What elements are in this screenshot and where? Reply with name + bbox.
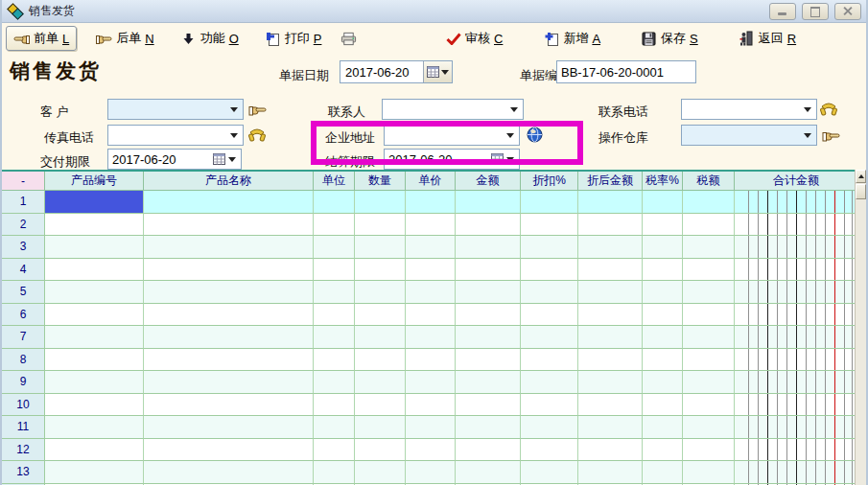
grid-cell[interactable] [578, 461, 643, 484]
grid-header-cell[interactable]: 产品编号 [45, 172, 144, 191]
functions-button[interactable]: 功能O [174, 27, 246, 50]
grid-cell[interactable] [406, 416, 456, 439]
grid-cell[interactable] [643, 191, 683, 214]
grid-cell[interactable] [683, 259, 735, 282]
grid-cell[interactable] [355, 349, 406, 372]
grid-header-cell[interactable]: 产品名称 [144, 172, 314, 191]
grid-cell[interactable] [578, 371, 643, 394]
grid-cell[interactable] [406, 439, 456, 462]
calendar-icon[interactable] [212, 152, 225, 167]
grid-cell[interactable] [144, 461, 314, 484]
grid-cell[interactable] [735, 461, 858, 484]
grid-cell[interactable] [643, 371, 683, 394]
customer-combobox[interactable] [107, 99, 244, 120]
save-button[interactable]: 保存S [634, 27, 705, 50]
warehouse-combobox[interactable] [681, 125, 817, 146]
grid-cell[interactable] [521, 281, 578, 304]
grid-cell[interactable] [735, 191, 858, 214]
grid-cell[interactable] [521, 349, 578, 372]
grid-cell[interactable] [45, 304, 144, 327]
grid-cell[interactable] [683, 349, 735, 372]
grid-cell[interactable] [355, 439, 406, 462]
grid-cell[interactable] [144, 416, 314, 439]
grid-cell[interactable] [144, 281, 314, 304]
grid-cell[interactable] [314, 371, 355, 394]
grid-cell[interactable] [643, 259, 683, 282]
grid-cell[interactable] [45, 416, 144, 439]
grid-cell[interactable] [355, 394, 406, 417]
row-number-cell[interactable]: 8 [2, 349, 45, 372]
scrollbar-thumb[interactable] [856, 184, 866, 199]
chevron-down-icon[interactable] [230, 133, 238, 142]
grid-cell[interactable] [45, 259, 144, 282]
grid-cell[interactable] [456, 349, 521, 372]
grid-cell[interactable] [355, 304, 406, 327]
grid-cell[interactable] [144, 304, 314, 327]
minimize-button[interactable] [769, 3, 796, 20]
chevron-down-icon[interactable] [804, 107, 811, 116]
grid-header-cell[interactable]: 合计金额 [735, 172, 858, 191]
grid-cell[interactable] [456, 214, 521, 237]
grid-cell[interactable] [456, 439, 521, 462]
grid-cell[interactable] [456, 326, 521, 349]
grid-cell[interactable] [314, 349, 355, 372]
grid-cell[interactable] [314, 416, 355, 439]
close-button[interactable] [834, 3, 861, 20]
grid-cell[interactable] [406, 461, 456, 484]
row-number-cell[interactable]: 3 [2, 236, 45, 259]
grid-cell[interactable] [45, 349, 144, 372]
grid-cell[interactable] [643, 304, 683, 327]
grid-cell[interactable] [578, 394, 643, 417]
grid-cell[interactable] [45, 394, 144, 417]
delivery-date-input[interactable]: 2017-06-20 [107, 149, 242, 170]
calendar-icon[interactable] [423, 61, 452, 82]
grid-cell[interactable] [406, 236, 456, 259]
grid-cell[interactable] [683, 394, 735, 417]
grid-cell[interactable] [314, 304, 355, 327]
settle-date-input[interactable]: 2017-06-20 [384, 149, 520, 170]
grid-cell[interactable] [144, 371, 314, 394]
grid-cell[interactable] [406, 259, 456, 282]
grid-cell[interactable] [144, 236, 314, 259]
grid-cell[interactable] [314, 326, 355, 349]
grid-cell[interactable] [643, 349, 683, 372]
grid-cell[interactable] [406, 371, 456, 394]
grid-cell[interactable] [735, 281, 858, 304]
grid-cell[interactable] [578, 281, 643, 304]
add-new-button[interactable]: 新增A [536, 27, 607, 50]
grid-cell[interactable] [735, 394, 858, 417]
grid-cell[interactable] [683, 191, 735, 214]
printer-icon[interactable] [340, 32, 357, 46]
globe-icon[interactable] [525, 125, 544, 144]
grid-cell[interactable] [355, 371, 406, 394]
calendar-icon[interactable] [490, 152, 504, 167]
grid-cell[interactable] [735, 439, 858, 462]
grid-cell[interactable] [456, 394, 521, 417]
grid-cell[interactable] [578, 304, 643, 327]
grid-cell[interactable] [521, 461, 578, 484]
grid-cell[interactable] [643, 416, 683, 439]
grid-cell[interactable] [45, 326, 144, 349]
grid-cell[interactable] [643, 394, 683, 417]
grid-cell[interactable] [683, 281, 735, 304]
maximize-button[interactable] [802, 3, 829, 20]
grid-cell[interactable] [643, 281, 683, 304]
grid-cell[interactable] [456, 371, 521, 394]
grid-cell[interactable] [144, 349, 314, 372]
next-doc-button[interactable]: 后单N [89, 27, 160, 50]
grid-header-cell[interactable]: 金额 [456, 172, 521, 191]
grid-header-cell[interactable]: 单位 [314, 172, 355, 191]
fax-combobox[interactable] [107, 125, 244, 146]
row-number-cell[interactable]: 5 [2, 281, 45, 304]
grid-cell[interactable] [578, 326, 643, 349]
grid-cell[interactable] [45, 461, 144, 484]
grid-cell[interactable] [144, 326, 314, 349]
grid-header-cell[interactable]: - [2, 172, 45, 191]
grid-header-cell[interactable]: 折扣% [521, 172, 578, 191]
grid-cell[interactable] [683, 214, 735, 237]
grid-cell[interactable] [578, 259, 643, 282]
grid-cell[interactable] [456, 281, 521, 304]
grid-cell[interactable] [683, 439, 735, 462]
grid-cell[interactable] [735, 371, 858, 394]
grid-cell[interactable] [456, 236, 521, 259]
